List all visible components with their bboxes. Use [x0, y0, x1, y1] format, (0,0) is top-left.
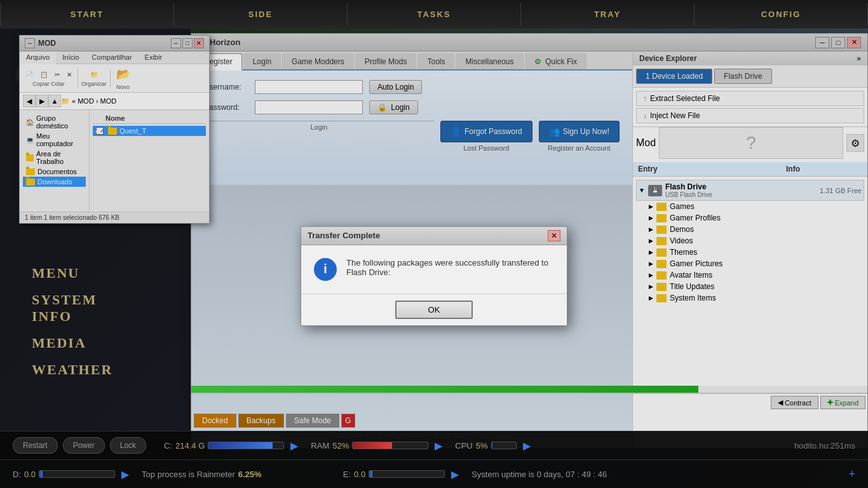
dialog-ok-button[interactable]: OK	[395, 301, 473, 319]
dialog-footer: OK	[301, 294, 567, 325]
dialog-close-button[interactable]: ✕	[548, 230, 560, 241]
dialog-overlay: Transfer Complete ✕ i The following pack…	[0, 0, 868, 488]
dialog-title: Transfer Complete	[308, 231, 380, 240]
transfer-complete-dialog: Transfer Complete ✕ i The following pack…	[301, 226, 567, 326]
dialog-content: i The following packages were successful…	[301, 245, 567, 294]
dialog-info-icon: i	[314, 258, 337, 281]
dialog-message: The following packages were successfully…	[346, 258, 554, 277]
dialog-title-bar: Transfer Complete ✕	[301, 227, 567, 245]
